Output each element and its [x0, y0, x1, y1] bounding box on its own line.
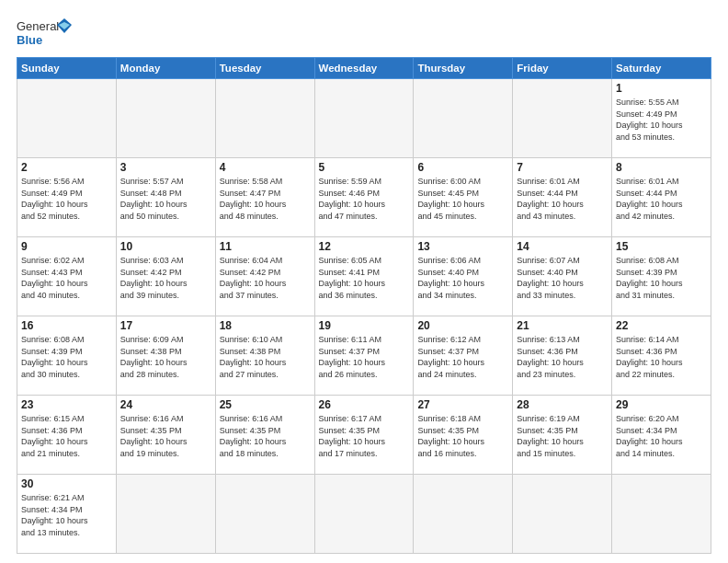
week-row-2: 2Sunrise: 5:56 AMSunset: 4:49 PMDaylight… [17, 158, 711, 237]
day-of-week-saturday: Saturday [612, 58, 711, 79]
svg-text:General: General [17, 19, 59, 33]
day-of-week-thursday: Thursday [414, 58, 513, 79]
calendar-cell: 26Sunrise: 6:17 AMSunset: 4:35 PMDayligh… [314, 396, 414, 475]
calendar-cell [215, 79, 314, 158]
day-info: Sunrise: 6:06 AMSunset: 4:40 PMDaylight:… [417, 255, 508, 301]
calendar-cell: 19Sunrise: 6:11 AMSunset: 4:37 PMDayligh… [314, 316, 414, 396]
day-number: 23 [21, 398, 112, 411]
days-of-week-row: SundayMondayTuesdayWednesdayThursdayFrid… [17, 58, 711, 79]
calendar-cell: 15Sunrise: 6:08 AMSunset: 4:39 PMDayligh… [612, 237, 711, 316]
day-number: 9 [21, 240, 112, 253]
day-info: Sunrise: 6:14 AMSunset: 4:36 PMDaylight:… [616, 334, 707, 380]
day-number: 15 [616, 240, 707, 253]
day-info: Sunrise: 6:05 AMSunset: 4:41 PMDaylight:… [319, 255, 410, 301]
day-of-week-friday: Friday [513, 58, 612, 79]
day-info: Sunrise: 6:02 AMSunset: 4:43 PMDaylight:… [21, 255, 112, 301]
day-info: Sunrise: 6:11 AMSunset: 4:37 PMDaylight:… [319, 334, 410, 380]
day-info: Sunrise: 6:04 AMSunset: 4:42 PMDaylight:… [220, 255, 311, 301]
calendar-cell [513, 475, 612, 554]
calendar-cell: 21Sunrise: 6:13 AMSunset: 4:36 PMDayligh… [513, 316, 612, 396]
svg-text:Blue: Blue [17, 33, 42, 47]
generalblue-logo-icon: General Blue [17, 17, 72, 50]
day-info: Sunrise: 6:08 AMSunset: 4:39 PMDaylight:… [21, 334, 112, 380]
calendar-cell: 20Sunrise: 6:12 AMSunset: 4:37 PMDayligh… [414, 316, 513, 396]
day-info: Sunrise: 6:00 AMSunset: 4:45 PMDaylight:… [417, 176, 508, 222]
day-of-week-wednesday: Wednesday [314, 58, 414, 79]
logo: General Blue [17, 17, 72, 50]
calendar-cell [314, 79, 414, 158]
calendar-cell: 3Sunrise: 5:57 AMSunset: 4:48 PMDaylight… [116, 158, 215, 237]
week-row-4: 16Sunrise: 6:08 AMSunset: 4:39 PMDayligh… [17, 316, 711, 396]
calendar-cell: 23Sunrise: 6:15 AMSunset: 4:36 PMDayligh… [17, 396, 117, 475]
header: General Blue [17, 17, 711, 50]
calendar-cell: 7Sunrise: 6:01 AMSunset: 4:44 PMDaylight… [513, 158, 612, 237]
day-info: Sunrise: 5:57 AMSunset: 4:48 PMDaylight:… [120, 176, 211, 222]
calendar-cell: 2Sunrise: 5:56 AMSunset: 4:49 PMDaylight… [17, 158, 117, 237]
calendar-cell: 16Sunrise: 6:08 AMSunset: 4:39 PMDayligh… [17, 316, 117, 396]
day-info: Sunrise: 6:12 AMSunset: 4:37 PMDaylight:… [417, 334, 508, 380]
calendar-cell: 18Sunrise: 6:10 AMSunset: 4:38 PMDayligh… [215, 316, 314, 396]
day-number: 6 [417, 161, 508, 174]
day-number: 2 [21, 161, 112, 174]
day-number: 21 [517, 319, 608, 332]
day-number: 27 [417, 398, 508, 411]
day-number: 17 [120, 319, 211, 332]
day-number: 7 [517, 161, 608, 174]
day-of-week-monday: Monday [116, 58, 215, 79]
calendar-cell [215, 475, 314, 554]
day-info: Sunrise: 6:08 AMSunset: 4:39 PMDaylight:… [616, 255, 707, 301]
day-number: 8 [616, 161, 707, 174]
day-info: Sunrise: 5:55 AMSunset: 4:49 PMDaylight:… [616, 97, 707, 143]
day-number: 24 [120, 398, 211, 411]
day-number: 19 [319, 319, 410, 332]
calendar-cell: 5Sunrise: 5:59 AMSunset: 4:46 PMDaylight… [314, 158, 414, 237]
calendar-cell: 28Sunrise: 6:19 AMSunset: 4:35 PMDayligh… [513, 396, 612, 475]
calendar-cell: 22Sunrise: 6:14 AMSunset: 4:36 PMDayligh… [612, 316, 711, 396]
calendar-cell [414, 79, 513, 158]
day-of-week-sunday: Sunday [17, 58, 117, 79]
calendar-cell: 30Sunrise: 6:21 AMSunset: 4:34 PMDayligh… [17, 475, 117, 554]
calendar-body: 1Sunrise: 5:55 AMSunset: 4:49 PMDaylight… [17, 79, 711, 554]
calendar-cell [116, 475, 215, 554]
page: General Blue SundayMondayTuesdayWednesda… [0, 0, 728, 563]
day-info: Sunrise: 6:18 AMSunset: 4:35 PMDaylight:… [417, 413, 508, 459]
calendar-cell: 17Sunrise: 6:09 AMSunset: 4:38 PMDayligh… [116, 316, 215, 396]
calendar-cell: 12Sunrise: 6:05 AMSunset: 4:41 PMDayligh… [314, 237, 414, 316]
day-number: 28 [517, 398, 608, 411]
calendar-cell: 29Sunrise: 6:20 AMSunset: 4:34 PMDayligh… [612, 396, 711, 475]
week-row-3: 9Sunrise: 6:02 AMSunset: 4:43 PMDaylight… [17, 237, 711, 316]
day-info: Sunrise: 5:56 AMSunset: 4:49 PMDaylight:… [21, 176, 112, 222]
day-info: Sunrise: 6:01 AMSunset: 4:44 PMDaylight:… [517, 176, 608, 222]
day-info: Sunrise: 6:07 AMSunset: 4:40 PMDaylight:… [517, 255, 608, 301]
day-number: 10 [120, 240, 211, 253]
day-info: Sunrise: 6:13 AMSunset: 4:36 PMDaylight:… [517, 334, 608, 380]
calendar-cell [314, 475, 414, 554]
day-info: Sunrise: 5:58 AMSunset: 4:47 PMDaylight:… [220, 176, 311, 222]
day-info: Sunrise: 6:16 AMSunset: 4:35 PMDaylight:… [120, 413, 211, 459]
day-info: Sunrise: 6:17 AMSunset: 4:35 PMDaylight:… [319, 413, 410, 459]
day-info: Sunrise: 5:59 AMSunset: 4:46 PMDaylight:… [319, 176, 410, 222]
day-info: Sunrise: 6:15 AMSunset: 4:36 PMDaylight:… [21, 413, 112, 459]
day-number: 26 [319, 398, 410, 411]
calendar-cell [116, 79, 215, 158]
day-number: 14 [517, 240, 608, 253]
calendar-table: SundayMondayTuesdayWednesdayThursdayFrid… [17, 57, 711, 554]
day-number: 25 [220, 398, 311, 411]
day-number: 5 [319, 161, 410, 174]
day-number: 22 [616, 319, 707, 332]
calendar-cell: 13Sunrise: 6:06 AMSunset: 4:40 PMDayligh… [414, 237, 513, 316]
day-number: 3 [120, 161, 211, 174]
calendar-cell [414, 475, 513, 554]
day-info: Sunrise: 6:10 AMSunset: 4:38 PMDaylight:… [220, 334, 311, 380]
calendar-cell: 27Sunrise: 6:18 AMSunset: 4:35 PMDayligh… [414, 396, 513, 475]
calendar-cell: 8Sunrise: 6:01 AMSunset: 4:44 PMDaylight… [612, 158, 711, 237]
day-number: 13 [417, 240, 508, 253]
day-number: 18 [220, 319, 311, 332]
day-number: 29 [616, 398, 707, 411]
day-number: 11 [220, 240, 311, 253]
calendar-cell: 10Sunrise: 6:03 AMSunset: 4:42 PMDayligh… [116, 237, 215, 316]
calendar-cell: 1Sunrise: 5:55 AMSunset: 4:49 PMDaylight… [612, 79, 711, 158]
day-info: Sunrise: 6:09 AMSunset: 4:38 PMDaylight:… [120, 334, 211, 380]
day-info: Sunrise: 6:21 AMSunset: 4:34 PMDaylight:… [21, 492, 112, 538]
day-info: Sunrise: 6:03 AMSunset: 4:42 PMDaylight:… [120, 255, 211, 301]
